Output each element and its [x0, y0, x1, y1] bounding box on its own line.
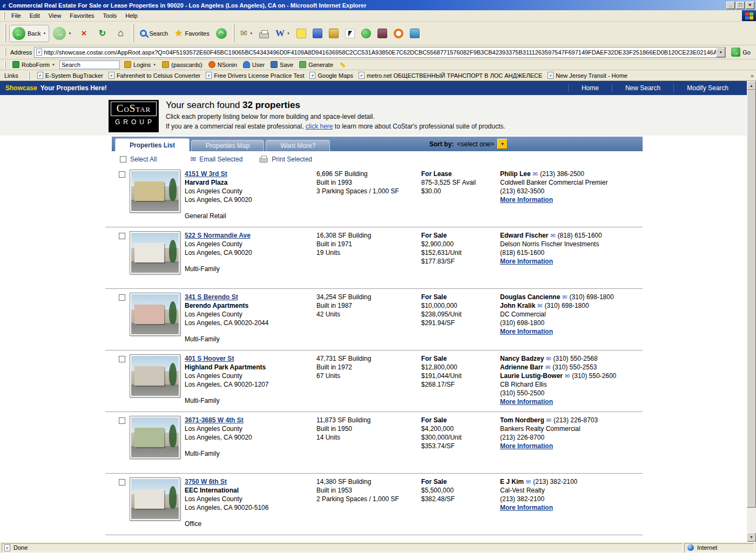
link-metro[interactable]: e metro.net ОБЩЕСТВЕННЫЙ ТРАНСПОРТ В ЛОС…	[359, 72, 542, 79]
pointer-tool-button[interactable]	[342, 27, 357, 40]
menu-help[interactable]: Help	[121, 11, 142, 21]
research-button[interactable]	[326, 27, 341, 40]
more-information-link[interactable]: More Information	[500, 257, 553, 266]
roboform-save-button[interactable]: Save	[269, 60, 295, 69]
roboform-dropdown-icon[interactable]: ▼	[52, 63, 55, 66]
links-overflow-icon[interactable]: »	[751, 72, 754, 79]
contact-email-icon[interactable]: ✉	[526, 478, 531, 485]
property-photo[interactable]	[130, 170, 180, 213]
more-information-link[interactable]: More Information	[500, 442, 553, 450]
maximize-button[interactable]: □	[736, 2, 745, 9]
more-information-link[interactable]: More Information	[500, 195, 553, 204]
go-button[interactable]: → Go	[728, 48, 754, 57]
link-fahrenheit[interactable]: e Fahrenheit to Celsius Converter	[109, 72, 200, 79]
contact-email-icon[interactable]: ✉	[537, 302, 542, 309]
link-google-maps[interactable]: e Google Maps	[309, 72, 353, 79]
link-esystem[interactable]: e E-System BugTracker	[37, 72, 103, 79]
contact-email-icon[interactable]: ✉	[533, 171, 538, 177]
property-photo[interactable]	[130, 416, 180, 459]
address-input[interactable]: e http://showcase.costar.com/AppRoot.asp…	[34, 47, 726, 58]
property-photo[interactable]	[130, 354, 180, 397]
link-nj-transit[interactable]: e New Jersey Transit - Home	[548, 72, 627, 79]
nav-modify-search[interactable]: Modify Search	[673, 84, 741, 92]
roboform-user-button[interactable]: User	[241, 60, 266, 69]
property-address-link[interactable]: 3750 W 6th St	[185, 478, 227, 485]
search-button[interactable]: Search	[137, 28, 171, 38]
contact-email-icon[interactable]: ✉	[545, 364, 550, 370]
mail-button[interactable]: ✉ ▼	[238, 26, 255, 40]
sort-dropdown-button[interactable]: ▼	[497, 139, 508, 149]
back-dropdown-icon[interactable]: ▼	[43, 32, 46, 35]
tab-properties-map[interactable]: Properties Map	[191, 140, 264, 151]
property-checkbox[interactable]	[119, 417, 125, 424]
property-checkbox[interactable]	[119, 171, 125, 178]
edit-dropdown-icon[interactable]: ▼	[287, 32, 290, 35]
select-all-label[interactable]: Select All	[130, 156, 157, 163]
email-selected-button[interactable]: ✉ Email Selected	[190, 155, 242, 163]
nav-home[interactable]: Home	[568, 84, 612, 92]
print-button[interactable]	[256, 27, 272, 40]
property-address-link[interactable]: 401 S Hoover St	[185, 355, 234, 362]
quick-launch-button[interactable]	[391, 27, 406, 40]
refresh-button[interactable]: ↻	[93, 26, 111, 41]
sort-selected-value[interactable]: <select one>	[457, 140, 494, 148]
more-information-link[interactable]: More Information	[500, 327, 553, 336]
media-button[interactable]: ◠	[213, 26, 230, 41]
click-here-link[interactable]: click here	[306, 123, 333, 130]
property-address-link[interactable]: 3671-3685 W 4th St	[185, 416, 244, 424]
tab-want-more[interactable]: Want More?	[266, 140, 330, 151]
translate-button[interactable]	[310, 27, 325, 40]
link-drivers-test[interactable]: e Free Drivers License Practice Test	[206, 72, 304, 79]
messenger-button[interactable]	[359, 27, 374, 40]
property-address-link[interactable]: 341 S Berendo St	[185, 293, 238, 301]
scrollbar-thumb[interactable]	[747, 90, 756, 508]
property-address-link[interactable]: 4151 W 3rd St	[185, 170, 227, 178]
sticky-note-button[interactable]	[294, 27, 309, 40]
tab-properties-list[interactable]: Properties List	[115, 138, 190, 151]
minimize-button[interactable]: _	[726, 2, 735, 9]
property-photo[interactable]	[130, 293, 180, 336]
roboform-logins-button[interactable]: Logins ▼	[123, 60, 158, 69]
binoculars-button[interactable]	[375, 27, 390, 40]
more-information-link[interactable]: More Information	[500, 503, 553, 512]
forward-button[interactable]: → ▼	[50, 25, 74, 42]
contact-email-icon[interactable]: ✉	[546, 417, 551, 423]
contacts-button[interactable]	[407, 27, 422, 40]
property-checkbox[interactable]	[119, 479, 125, 485]
menu-file[interactable]: File	[7, 11, 25, 21]
roboform-menu-button[interactable]: RoboForm ▼	[11, 60, 57, 69]
nav-new-search[interactable]: New Search	[612, 84, 673, 92]
contact-email-icon[interactable]: ✉	[565, 373, 570, 379]
property-photo[interactable]	[130, 231, 180, 274]
menu-view[interactable]: View	[44, 11, 66, 21]
property-checkbox[interactable]	[119, 294, 125, 301]
stop-button[interactable]: ×	[75, 26, 92, 41]
menu-tools[interactable]: Tools	[99, 11, 122, 21]
menu-favorites[interactable]: Favorites	[65, 11, 98, 21]
property-checkbox[interactable]	[119, 233, 125, 239]
print-selected-button[interactable]: Print Selected	[259, 155, 312, 163]
menu-edit[interactable]: Edit	[25, 11, 44, 21]
vertical-scrollbar[interactable]: ▲ ▼	[747, 81, 756, 542]
select-all-checkbox[interactable]	[120, 156, 126, 163]
scroll-down-button[interactable]: ▼	[747, 532, 756, 542]
property-checkbox[interactable]	[119, 356, 125, 362]
close-button[interactable]: ×	[746, 2, 754, 9]
logins-dropdown-icon[interactable]: ▼	[153, 63, 156, 66]
edit-with-word-button[interactable]: W ▼	[273, 26, 293, 41]
address-dropdown-icon[interactable]: ▼	[716, 48, 725, 57]
contact-email-icon[interactable]: ✉	[562, 294, 567, 300]
more-information-link[interactable]: More Information	[500, 397, 553, 406]
roboform-generate-button[interactable]: Generate	[298, 60, 335, 69]
roboform-search-input[interactable]	[59, 60, 120, 69]
mail-dropdown-icon[interactable]: ▼	[249, 32, 253, 35]
roboform-passcards-button[interactable]: (passcards)	[160, 60, 204, 69]
forward-dropdown-icon[interactable]: ▼	[68, 32, 71, 35]
pencil-icon[interactable]	[340, 62, 346, 68]
home-button[interactable]: ⌂	[112, 26, 129, 41]
scroll-up-button[interactable]: ▲	[747, 81, 756, 90]
property-photo[interactable]	[130, 477, 180, 521]
contact-email-icon[interactable]: ✉	[546, 355, 551, 362]
roboform-identity-button[interactable]: NSonin	[207, 60, 239, 69]
back-button[interactable]: ← Back ▼	[9, 25, 49, 42]
